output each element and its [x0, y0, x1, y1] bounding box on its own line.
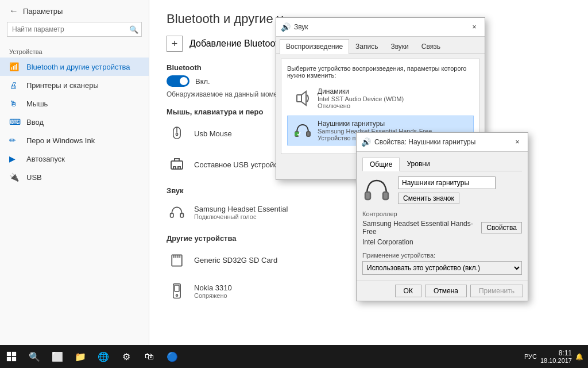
taskbar-time: 8:11 [540, 349, 572, 357]
printer-icon: 🖨 [9, 80, 21, 90]
props-usage-label: Применение устройства: [362, 252, 522, 259]
svg-rect-27 [12, 357, 16, 361]
svg-rect-5 [173, 167, 176, 169]
mouse-device-icon [167, 123, 187, 144]
props-dialog-title: Свойства: Наушники гарнитуры [374, 138, 512, 146]
usb-composite-icon [167, 154, 187, 175]
search-input[interactable] [7, 22, 142, 37]
svg-rect-4 [175, 159, 179, 161]
usb-composite-name: Составное USB устройство [194, 160, 289, 169]
usb-mouse-name: Usb Mouse [194, 129, 232, 138]
props-usage-select[interactable]: Использовать это устройство (вкл.)Не исп… [362, 261, 522, 275]
svg-point-16 [176, 294, 177, 296]
svg-rect-17 [297, 95, 301, 102]
bluetooth-toggle[interactable] [167, 75, 189, 87]
samsung-headset-sub: Подключенный голос [194, 213, 288, 220]
taskbar-edge-icon[interactable]: 🌐 [92, 345, 115, 368]
sidebar-item-usb[interactable]: 🔌 USB [0, 168, 149, 186]
start-button[interactable] [0, 345, 23, 368]
sidebar-item-label: Ввод [26, 118, 44, 126]
add-device-button[interactable]: + [167, 36, 183, 52]
bluetooth-toggle-label: Вкл. [195, 77, 210, 86]
props-dialog-titlebar: 🔊 Свойства: Наушники гарнитуры × [357, 133, 528, 152]
taskbar-right: РУС 8:11 18.10.2017 🔔 [524, 349, 588, 364]
taskbar-notification-icon[interactable]: 🔔 [575, 353, 583, 361]
sidebar-item-label: Мышь [26, 99, 48, 108]
sound-tab-recording[interactable]: Запись [349, 39, 384, 53]
props-properties-button[interactable]: Свойства [481, 222, 522, 233]
change-icon-button[interactable]: Сменить значок [398, 193, 459, 204]
taskbar: 🔍 ⬜ 📁 🌐 ⚙ 🛍 🔵 РУС 8:11 18.10.2017 🔔 [0, 345, 588, 368]
speakers-sub1: Intel SST Audio Device (WDM) [318, 95, 404, 102]
mouse-icon: 🖱 [9, 99, 21, 108]
nokia-name: Nokia 3310 [194, 283, 232, 292]
sound-dialog-icon: 🔊 [281, 22, 291, 32]
input-icon: ⌨ [9, 117, 21, 126]
sound-tab-playback[interactable]: Воспроизведение [280, 39, 349, 54]
taskbar-unknown-icon[interactable]: 🔵 [161, 345, 184, 368]
props-dialog-close[interactable]: × [512, 136, 523, 148]
sidebar-section-label: Устройства [0, 44, 149, 57]
sdcard-info: Generic SD32G SD Card [194, 256, 277, 264]
props-controller-section: Контроллер Samsung Headset Essential Han… [362, 210, 522, 246]
usb-composite-info: Составное USB устройство [194, 160, 289, 169]
sound-dialog-tabs: Воспроизведение Запись Звуки Связь [276, 37, 485, 54]
props-tab-general[interactable]: Общие [362, 158, 400, 171]
props-controller-label: Контроллер [362, 210, 522, 217]
sidebar-title: Параметры [23, 7, 63, 16]
nokia-sub: Сопряжено [194, 292, 232, 299]
props-controller-name: Samsung Headset Essential Hands-Free [362, 220, 481, 236]
speakers-icon [292, 88, 313, 109]
sound-device-speakers[interactable]: Динамики Intel SST Audio Device (WDM) От… [287, 83, 474, 113]
speakers-info: Динамики Intel SST Audio Device (WDM) От… [318, 87, 404, 109]
sdcard-name: Generic SD32G SD Card [194, 256, 277, 264]
props-name-field [398, 177, 496, 189]
taskbar-settings-icon[interactable]: ⚙ [115, 345, 138, 368]
sound-tab-comms[interactable]: Связь [415, 39, 447, 53]
sidebar-item-printers[interactable]: 🖨 Принтеры и сканеры [0, 76, 149, 94]
props-device-icon [362, 176, 391, 205]
sound-tab-sounds[interactable]: Звуки [384, 39, 415, 53]
nokia-icon [167, 281, 187, 301]
sidebar-item-pen[interactable]: ✏ Перо и Windows Ink [0, 131, 149, 150]
samsung-headset-name: Samsung Headset Essential [194, 205, 288, 213]
props-tabs: Общие Уровни [362, 158, 522, 171]
taskbar-lang: РУС [524, 353, 537, 360]
pen-icon: ✏ [9, 136, 21, 145]
svg-rect-22 [365, 192, 370, 200]
sound-dialog-close[interactable]: × [469, 21, 480, 33]
taskbar-store-icon[interactable]: 🛍 [138, 345, 161, 368]
search-icon: 🔍 [129, 25, 138, 34]
taskbar-search-icon[interactable]: 🔍 [23, 345, 46, 368]
props-name-input[interactable] [398, 177, 496, 189]
taskbar-clock: 8:11 18.10.2017 [540, 349, 572, 364]
props-cancel-button[interactable]: Отмена [425, 285, 467, 297]
taskbar-explorer-icon[interactable]: 📁 [69, 345, 92, 368]
svg-point-2 [176, 133, 177, 136]
props-usage-section: Применение устройства: Использовать это … [362, 252, 522, 275]
sidebar-item-bluetooth[interactable]: 📶 Bluetooth и другие устройства [0, 57, 149, 76]
props-dialog-body: Общие Уровни Сменить значок Контроллер [357, 152, 528, 281]
headset-icon [292, 120, 313, 141]
sound-dialog-description: Выберите устройство воспроизведения, пар… [287, 65, 474, 79]
props-dialog-icon: 🔊 [361, 137, 371, 147]
sound-dialog-titlebar: 🔊 Звук × [276, 18, 485, 37]
sidebar-item-autorun[interactable]: ▶ Автозапуск [0, 150, 149, 168]
sidebar-item-mouse[interactable]: 🖱 Мышь [0, 94, 149, 113]
sidebar-item-label: Автозапуск [26, 155, 65, 163]
taskbar-cortana-icon[interactable]: ⬜ [46, 345, 69, 368]
autorun-icon: ▶ [9, 154, 21, 163]
svg-rect-26 [7, 357, 11, 361]
back-arrow-icon: ← [9, 6, 18, 16]
speakers-sub2: Отключено [318, 102, 404, 109]
sidebar: ← Параметры 🔍 Устройства 📶 Bluetooth и д… [0, 0, 149, 345]
sidebar-item-label: Принтеры и сканеры [26, 81, 99, 90]
svg-rect-15 [175, 285, 179, 292]
usb-mouse-info: Usb Mouse [194, 129, 232, 138]
props-apply-button[interactable]: Применить [470, 285, 523, 297]
props-ok-button[interactable]: ОК [395, 285, 421, 297]
nokia-info: Nokia 3310 Сопряжено [194, 283, 232, 299]
back-button[interactable]: ← Параметры [0, 0, 149, 22]
props-tab-levels[interactable]: Уровни [400, 158, 436, 171]
sidebar-item-input[interactable]: ⌨ Ввод [0, 113, 149, 131]
